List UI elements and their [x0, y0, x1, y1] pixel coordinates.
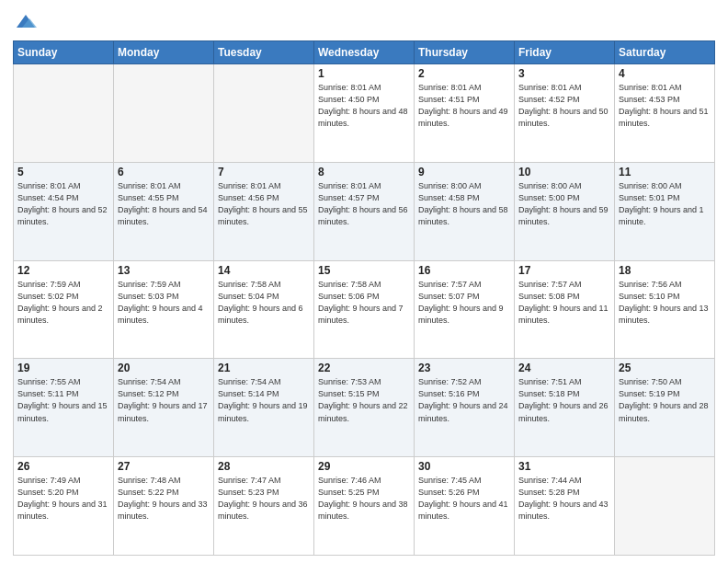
day-info: Sunrise: 7:46 AM Sunset: 5:25 PM Dayligh… — [318, 475, 410, 523]
weekday-header-row: SundayMondayTuesdayWednesdayThursdayFrid… — [14, 41, 715, 64]
calendar-cell — [114, 64, 214, 163]
logo — [13, 9, 42, 35]
calendar-cell: 9Sunrise: 8:00 AM Sunset: 4:58 PM Daylig… — [415, 162, 515, 260]
calendar-cell: 12Sunrise: 7:59 AM Sunset: 5:02 PM Dayli… — [14, 260, 114, 359]
day-info: Sunrise: 8:01 AM Sunset: 4:56 PM Dayligh… — [218, 180, 310, 228]
day-number: 26 — [17, 460, 109, 473]
day-number: 29 — [318, 460, 410, 473]
calendar-cell: 17Sunrise: 7:57 AM Sunset: 5:08 PM Dayli… — [515, 260, 615, 359]
day-info: Sunrise: 8:00 AM Sunset: 5:01 PM Dayligh… — [619, 180, 711, 228]
calendar-cell: 28Sunrise: 7:47 AM Sunset: 5:23 PM Dayli… — [214, 457, 314, 556]
calendar-cell: 31Sunrise: 7:44 AM Sunset: 5:28 PM Dayli… — [515, 457, 615, 556]
calendar-cell: 7Sunrise: 8:01 AM Sunset: 4:56 PM Daylig… — [214, 162, 314, 260]
day-number: 22 — [318, 362, 410, 374]
day-info: Sunrise: 8:01 AM Sunset: 4:51 PM Dayligh… — [418, 82, 510, 130]
calendar-cell: 6Sunrise: 8:01 AM Sunset: 4:55 PM Daylig… — [114, 162, 214, 260]
day-number: 12 — [17, 264, 109, 277]
calendar-week-row: 19Sunrise: 7:55 AM Sunset: 5:11 PM Dayli… — [14, 359, 715, 457]
day-info: Sunrise: 7:51 AM Sunset: 5:18 PM Dayligh… — [518, 376, 610, 424]
calendar-cell: 5Sunrise: 8:01 AM Sunset: 4:54 PM Daylig… — [14, 162, 114, 260]
day-number: 23 — [418, 362, 510, 374]
weekday-header-wednesday: Wednesday — [314, 41, 415, 64]
calendar-cell: 1Sunrise: 8:01 AM Sunset: 4:50 PM Daylig… — [314, 64, 415, 163]
day-info: Sunrise: 8:01 AM Sunset: 4:52 PM Dayligh… — [518, 82, 610, 130]
day-number: 20 — [118, 362, 210, 374]
calendar-cell: 2Sunrise: 8:01 AM Sunset: 4:51 PM Daylig… — [415, 64, 515, 163]
header — [13, 9, 715, 35]
calendar-cell: 4Sunrise: 8:01 AM Sunset: 4:53 PM Daylig… — [615, 64, 715, 163]
day-number: 16 — [418, 264, 510, 277]
day-number: 6 — [118, 166, 210, 178]
calendar-cell — [14, 64, 114, 163]
day-number: 15 — [318, 264, 410, 277]
day-info: Sunrise: 7:58 AM Sunset: 5:04 PM Dayligh… — [218, 279, 310, 327]
day-info: Sunrise: 7:50 AM Sunset: 5:19 PM Dayligh… — [619, 376, 711, 424]
day-info: Sunrise: 7:53 AM Sunset: 5:15 PM Dayligh… — [318, 376, 410, 424]
day-info: Sunrise: 7:56 AM Sunset: 5:10 PM Dayligh… — [619, 279, 711, 327]
weekday-header-monday: Monday — [114, 41, 214, 64]
day-info: Sunrise: 7:57 AM Sunset: 5:08 PM Dayligh… — [518, 279, 610, 327]
day-number: 31 — [518, 460, 610, 473]
day-number: 13 — [118, 264, 210, 277]
day-number: 18 — [619, 264, 711, 277]
calendar-cell: 3Sunrise: 8:01 AM Sunset: 4:52 PM Daylig… — [515, 64, 615, 163]
calendar-cell: 24Sunrise: 7:51 AM Sunset: 5:18 PM Dayli… — [515, 359, 615, 457]
day-info: Sunrise: 7:44 AM Sunset: 5:28 PM Dayligh… — [518, 475, 610, 523]
calendar-cell: 26Sunrise: 7:49 AM Sunset: 5:20 PM Dayli… — [14, 457, 114, 556]
day-info: Sunrise: 8:01 AM Sunset: 4:57 PM Dayligh… — [318, 180, 410, 228]
weekday-header-saturday: Saturday — [615, 41, 715, 64]
day-info: Sunrise: 7:49 AM Sunset: 5:20 PM Dayligh… — [17, 475, 109, 523]
day-info: Sunrise: 7:47 AM Sunset: 5:23 PM Dayligh… — [218, 475, 310, 523]
calendar-cell: 13Sunrise: 7:59 AM Sunset: 5:03 PM Dayli… — [114, 260, 214, 359]
calendar-week-row: 12Sunrise: 7:59 AM Sunset: 5:02 PM Dayli… — [14, 260, 715, 359]
day-info: Sunrise: 7:45 AM Sunset: 5:26 PM Dayligh… — [418, 475, 510, 523]
calendar-cell: 18Sunrise: 7:56 AM Sunset: 5:10 PM Dayli… — [615, 260, 715, 359]
calendar-cell: 11Sunrise: 8:00 AM Sunset: 5:01 PM Dayli… — [615, 162, 715, 260]
page: SundayMondayTuesdayWednesdayThursdayFrid… — [0, 0, 728, 563]
weekday-header-sunday: Sunday — [14, 41, 114, 64]
day-number: 2 — [418, 67, 510, 80]
day-number: 27 — [118, 460, 210, 473]
calendar-week-row: 5Sunrise: 8:01 AM Sunset: 4:54 PM Daylig… — [14, 162, 715, 260]
day-info: Sunrise: 7:55 AM Sunset: 5:11 PM Dayligh… — [17, 376, 109, 424]
weekday-header-friday: Friday — [515, 41, 615, 64]
calendar-cell: 30Sunrise: 7:45 AM Sunset: 5:26 PM Dayli… — [415, 457, 515, 556]
day-number: 14 — [218, 264, 310, 277]
calendar-cell: 29Sunrise: 7:46 AM Sunset: 5:25 PM Dayli… — [314, 457, 415, 556]
day-info: Sunrise: 8:00 AM Sunset: 4:58 PM Dayligh… — [418, 180, 510, 228]
calendar-week-row: 1Sunrise: 8:01 AM Sunset: 4:50 PM Daylig… — [14, 64, 715, 163]
calendar-cell — [214, 64, 314, 163]
day-info: Sunrise: 7:58 AM Sunset: 5:06 PM Dayligh… — [318, 279, 410, 327]
day-info: Sunrise: 7:52 AM Sunset: 5:16 PM Dayligh… — [418, 376, 510, 424]
calendar-cell: 19Sunrise: 7:55 AM Sunset: 5:11 PM Dayli… — [14, 359, 114, 457]
weekday-header-tuesday: Tuesday — [214, 41, 314, 64]
day-number: 4 — [619, 67, 711, 80]
day-number: 7 — [218, 166, 310, 178]
calendar-cell — [615, 457, 715, 556]
calendar-cell: 16Sunrise: 7:57 AM Sunset: 5:07 PM Dayli… — [415, 260, 515, 359]
day-info: Sunrise: 7:54 AM Sunset: 5:12 PM Dayligh… — [118, 376, 210, 424]
day-number: 8 — [318, 166, 410, 178]
day-number: 10 — [518, 166, 610, 178]
day-number: 5 — [17, 166, 109, 178]
day-info: Sunrise: 7:59 AM Sunset: 5:02 PM Dayligh… — [17, 279, 109, 327]
calendar-cell: 14Sunrise: 7:58 AM Sunset: 5:04 PM Dayli… — [214, 260, 314, 359]
calendar-cell: 15Sunrise: 7:58 AM Sunset: 5:06 PM Dayli… — [314, 260, 415, 359]
calendar-cell: 27Sunrise: 7:48 AM Sunset: 5:22 PM Dayli… — [114, 457, 214, 556]
day-info: Sunrise: 7:48 AM Sunset: 5:22 PM Dayligh… — [118, 475, 210, 523]
calendar-cell: 20Sunrise: 7:54 AM Sunset: 5:12 PM Dayli… — [114, 359, 214, 457]
day-info: Sunrise: 8:01 AM Sunset: 4:50 PM Dayligh… — [318, 82, 410, 130]
calendar-cell: 23Sunrise: 7:52 AM Sunset: 5:16 PM Dayli… — [415, 359, 515, 457]
calendar-cell: 8Sunrise: 8:01 AM Sunset: 4:57 PM Daylig… — [314, 162, 415, 260]
calendar-cell: 25Sunrise: 7:50 AM Sunset: 5:19 PM Dayli… — [615, 359, 715, 457]
day-number: 28 — [218, 460, 310, 473]
day-number: 3 — [518, 67, 610, 80]
weekday-header-thursday: Thursday — [415, 41, 515, 64]
day-number: 24 — [518, 362, 610, 374]
day-info: Sunrise: 7:59 AM Sunset: 5:03 PM Dayligh… — [118, 279, 210, 327]
day-number: 21 — [218, 362, 310, 374]
day-info: Sunrise: 8:01 AM Sunset: 4:53 PM Dayligh… — [619, 82, 711, 130]
day-info: Sunrise: 8:00 AM Sunset: 5:00 PM Dayligh… — [518, 180, 610, 228]
calendar-table: SundayMondayTuesdayWednesdayThursdayFrid… — [13, 40, 715, 556]
day-number: 1 — [318, 67, 410, 80]
